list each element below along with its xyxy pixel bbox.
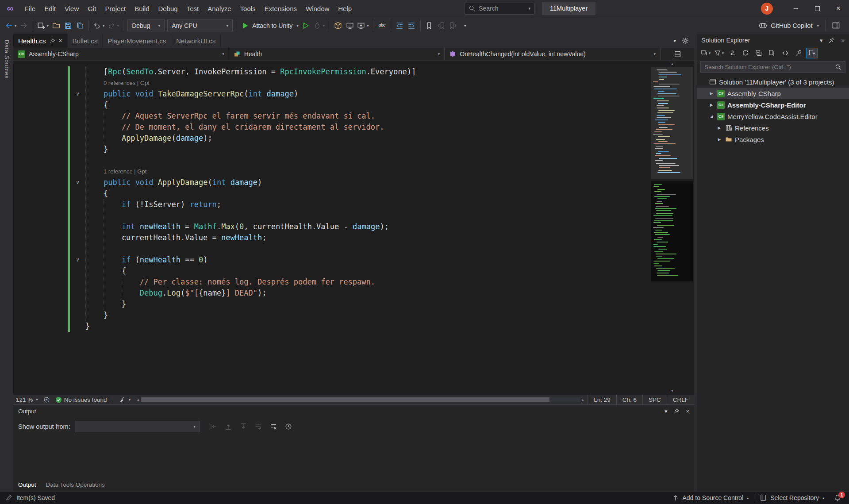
code-line[interactable]: ApplyDamage(damage);	[13, 133, 694, 144]
goto-next-message-button[interactable]	[238, 421, 249, 432]
tree-item-assembly-csharp[interactable]: ▶C#Assembly-CSharp	[697, 88, 849, 99]
output-pin-button[interactable]	[673, 408, 680, 414]
attach-to-unity-button[interactable]: Attach to Unity▾	[240, 19, 300, 32]
scrollbar-track[interactable]	[141, 397, 580, 402]
start-without-debugging-button[interactable]	[300, 19, 312, 32]
tree-item-packages[interactable]: ▶Packages	[697, 134, 849, 145]
solution-platform-combo[interactable]: Any CPU▾	[167, 19, 233, 31]
codelens-line[interactable]: 0 references | Gpt	[13, 77, 694, 88]
sync-selection-button[interactable]	[726, 48, 738, 58]
se-position-button[interactable]: ▾	[820, 37, 823, 44]
view-code-button[interactable]	[780, 48, 791, 58]
issues-indicator[interactable]: No issues found	[53, 395, 110, 404]
output-tab-data-tools-operations[interactable]: Data Tools Operations	[46, 481, 105, 488]
spell-checker-button[interactable]: abc	[376, 19, 388, 32]
horizontal-scrollbar[interactable]: ◂ ▸	[135, 395, 586, 404]
close-icon[interactable]: ×	[59, 38, 62, 44]
member-dropdown[interactable]: OnHealthChanged(int oldValue, int newVal…	[445, 48, 661, 60]
code-line[interactable]: if (!IsServer) return;	[13, 199, 694, 210]
solution-explorer-search[interactable]	[700, 61, 845, 73]
solution-explorer-search-input[interactable]	[704, 64, 832, 70]
menu-project[interactable]: Project	[100, 0, 130, 17]
code-line[interactable]: }	[13, 321, 694, 332]
collapse-all-button[interactable]	[753, 48, 764, 58]
github-copilot-badge[interactable]: GitHub Copilot ▾	[759, 20, 845, 31]
tree-item-solution-11multiplayer-3-of-3-projects[interactable]: Solution '11Multiplayer' (3 of 3 project…	[697, 76, 849, 88]
goto-previous-message-button[interactable]	[223, 421, 234, 432]
account-avatar[interactable]: J	[761, 3, 773, 15]
codelens-line[interactable]: 1 reference | Gpt	[13, 166, 694, 177]
expander-icon[interactable]: ▶	[708, 91, 715, 96]
code-line[interactable]: ∨ public void TakeDamageServerRpc(int da…	[13, 88, 694, 100]
switch-views-button[interactable]: ▾	[700, 48, 711, 58]
data-sources-tab[interactable]: Data Sources	[4, 40, 10, 79]
scroll-down-icon[interactable]: ▾	[651, 388, 693, 394]
save-button[interactable]	[62, 19, 74, 32]
code-line[interactable]: {	[13, 265, 694, 277]
save-all-button[interactable]	[74, 19, 86, 32]
sync-with-active-document-button[interactable]	[806, 48, 818, 58]
spaces-indicator[interactable]: SPC	[642, 395, 667, 404]
tab-health-cs[interactable]: Health.cs×	[13, 34, 68, 48]
code-line[interactable]	[13, 243, 694, 254]
output-position-button[interactable]: ▾	[665, 408, 668, 415]
code-line[interactable]: {	[13, 100, 694, 111]
code-line[interactable]	[13, 155, 694, 166]
menu-tools[interactable]: Tools	[236, 0, 260, 17]
fold-chevron-icon[interactable]: ∨	[70, 177, 85, 188]
expander-icon[interactable]: ▶	[716, 137, 722, 142]
code-editor[interactable]: [Rpc(SendTo.Server, InvokePermission = R…	[13, 61, 694, 395]
minimap-viewport[interactable]	[651, 67, 693, 179]
scroll-left-icon[interactable]: ◂	[135, 397, 141, 402]
menu-debug[interactable]: Debug	[154, 0, 182, 17]
code-line[interactable]: }	[13, 310, 694, 321]
line-indicator[interactable]: Ln: 29	[588, 395, 616, 404]
scroll-right-icon[interactable]: ▸	[580, 397, 586, 402]
hot-reload-button[interactable]: ▾	[312, 19, 327, 32]
titlebar-search[interactable]: Search ▾	[464, 3, 535, 15]
maximize-button[interactable]	[807, 0, 828, 17]
menu-help[interactable]: Help	[334, 0, 356, 17]
next-bookmark-button[interactable]	[447, 19, 459, 32]
tree-item-merryyellow-codeassist-editor[interactable]: ◢C#MerryYellow.CodeAssist.Editor	[697, 111, 849, 122]
output-close-button[interactable]: ×	[686, 408, 689, 415]
show-all-files-button[interactable]	[766, 48, 778, 58]
output-tab-output[interactable]: Output	[18, 481, 36, 488]
code-line[interactable]: {	[13, 188, 694, 199]
code-line[interactable]: currentHealth.Value = newHealth;	[13, 232, 694, 243]
code-cleanup-button[interactable]: ▾	[116, 395, 134, 404]
minimize-button[interactable]: ─	[785, 0, 807, 17]
menu-build[interactable]: Build	[130, 0, 154, 17]
code-line[interactable]	[13, 210, 694, 221]
menu-test[interactable]: Test	[182, 0, 204, 17]
code-line[interactable]: // Aquest ServerRpc el farem servir més …	[13, 111, 694, 122]
new-project-button[interactable]: ▾	[36, 19, 50, 32]
menu-analyze[interactable]: Analyze	[203, 0, 235, 17]
scroll-up-icon[interactable]: ▴	[651, 61, 693, 67]
expander-icon[interactable]: ▶	[716, 126, 722, 130]
code-line[interactable]: Debug.Log($"[{name}] DEAD");	[13, 288, 694, 299]
document-health-button[interactable]	[41, 395, 53, 404]
open-file-button[interactable]	[50, 19, 62, 32]
select-repository-button[interactable]: Select Repository▴	[754, 492, 830, 504]
navigate-back-location-button[interactable]	[394, 19, 406, 32]
codelens-references[interactable]: 0 references | Gpt	[85, 77, 150, 88]
show-terminal-button[interactable]	[344, 19, 356, 32]
navigate-forward-location-button[interactable]	[406, 19, 418, 32]
refresh-button[interactable]	[740, 48, 751, 58]
project-dropdown[interactable]: C# Assembly-CSharp ▾	[13, 48, 229, 60]
code-line[interactable]: // De moment, el dany el cridarem direct…	[13, 122, 694, 133]
expander-icon[interactable]: ◢	[708, 114, 715, 119]
scrollbar-thumb[interactable]	[141, 397, 549, 402]
undo-button[interactable]: ▾	[92, 19, 106, 32]
toolbar-overflow-button[interactable]: ▾	[459, 19, 471, 32]
fold-chevron-icon[interactable]: ∨	[70, 254, 85, 265]
navigate-backward-button[interactable]: ▾	[4, 19, 18, 32]
menu-file[interactable]: File	[20, 0, 40, 17]
code-line[interactable]: // Per classe: només log. Després podem …	[13, 277, 694, 288]
deploy-target-button[interactable]: ▾	[356, 19, 370, 32]
toggle-word-wrap-button[interactable]	[253, 421, 264, 432]
tab-networkui-cs[interactable]: NetworkUI.cs	[171, 34, 221, 48]
code-line[interactable]: }	[13, 144, 694, 155]
properties-button[interactable]	[793, 48, 804, 58]
